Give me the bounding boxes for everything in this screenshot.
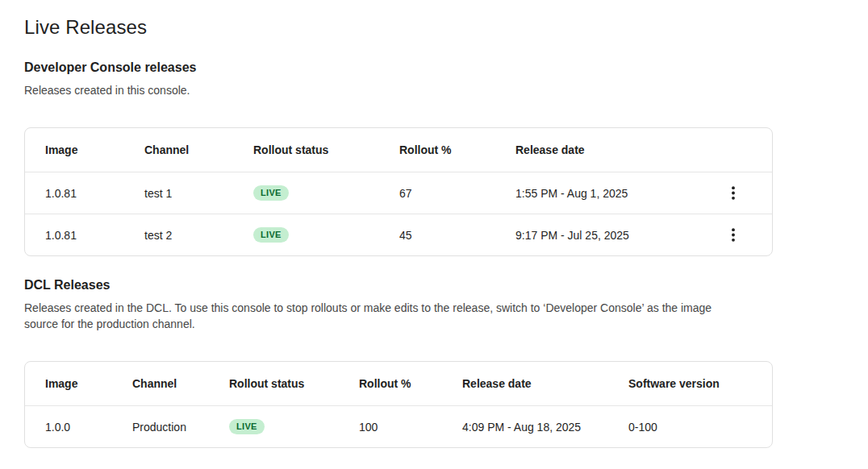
cell-release-date: 4:09 PM - Aug 18, 2025 xyxy=(462,421,628,434)
cell-release-date: 9:17 PM - Jul 25, 2025 xyxy=(515,229,695,242)
column-header-release-date: Release date xyxy=(462,377,628,390)
table-row: 1.0.81 test 1 LIVE 67 1:55 PM - Aug 1, 2… xyxy=(25,172,772,214)
cell-actions xyxy=(695,223,772,247)
developer-console-releases-heading: Developer Console releases xyxy=(24,60,844,75)
cell-image: 1.0.81 xyxy=(25,229,144,242)
column-header-rollout-pct: Rollout % xyxy=(359,377,462,390)
developer-console-releases-description: Releases created in this console. xyxy=(24,82,742,98)
dcl-releases-description: Releases created in the DCL. To use this… xyxy=(24,300,742,332)
row-actions-button[interactable] xyxy=(724,223,743,247)
column-header-image: Image xyxy=(25,377,132,390)
live-releases-page: Live Releases Developer Console releases… xyxy=(0,0,868,469)
cell-actions xyxy=(695,181,772,205)
live-status-badge: LIVE xyxy=(253,227,289,243)
developer-releases-table: Image Channel Rollout status Rollout % R… xyxy=(24,127,773,256)
page-title: Live Releases xyxy=(24,16,844,39)
column-header-rollout-pct: Rollout % xyxy=(399,143,515,156)
cell-channel: test 1 xyxy=(144,187,253,200)
table-header-row: Image Channel Rollout status Rollout % R… xyxy=(25,128,772,172)
kebab-menu-icon xyxy=(732,186,735,200)
column-header-rollout-status: Rollout status xyxy=(253,143,399,156)
column-header-rollout-status: Rollout status xyxy=(229,377,359,390)
cell-image: 1.0.0 xyxy=(25,421,132,434)
cell-rollout-status: LIVE xyxy=(253,185,399,201)
cell-release-date: 1:55 PM - Aug 1, 2025 xyxy=(515,187,695,200)
cell-software-version: 0-100 xyxy=(628,421,772,434)
cell-channel: Production xyxy=(132,421,229,434)
cell-rollout-status: LIVE xyxy=(229,419,359,434)
column-header-channel: Channel xyxy=(144,143,253,156)
cell-rollout-status: LIVE xyxy=(253,227,399,243)
cell-image: 1.0.81 xyxy=(25,187,144,200)
column-header-channel: Channel xyxy=(132,377,229,390)
column-header-image: Image xyxy=(25,143,144,156)
dcl-releases-heading: DCL Releases xyxy=(24,278,844,293)
kebab-menu-icon xyxy=(732,228,735,242)
live-status-badge: LIVE xyxy=(253,185,289,201)
cell-rollout-pct: 45 xyxy=(399,229,515,242)
live-status-badge: LIVE xyxy=(229,419,265,434)
column-header-software-version: Software version xyxy=(628,377,772,390)
cell-rollout-pct: 67 xyxy=(399,187,515,200)
row-actions-button[interactable] xyxy=(724,181,743,205)
cell-rollout-pct: 100 xyxy=(359,421,462,434)
dcl-releases-table: Image Channel Rollout status Rollout % R… xyxy=(24,361,773,448)
dcl-releases-section: DCL Releases Releases created in the DCL… xyxy=(24,278,844,448)
table-row: 1.0.0 Production LIVE 100 4:09 PM - Aug … xyxy=(25,405,772,447)
column-header-release-date: Release date xyxy=(515,143,695,156)
table-row: 1.0.81 test 2 LIVE 45 9:17 PM - Jul 25, … xyxy=(25,214,772,255)
cell-channel: test 2 xyxy=(144,229,253,242)
developer-console-releases-section: Developer Console releases Releases crea… xyxy=(24,60,844,256)
table-header-row: Image Channel Rollout status Rollout % R… xyxy=(25,362,772,405)
